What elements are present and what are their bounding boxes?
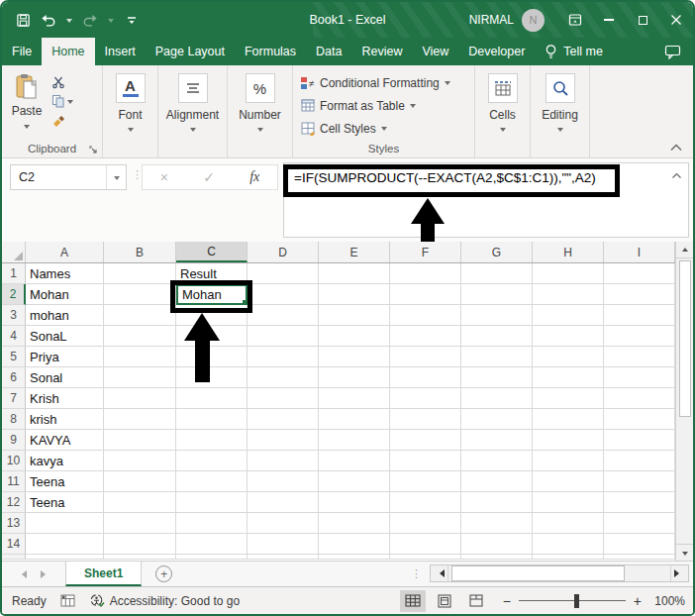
column-header-g[interactable]: G (461, 242, 533, 262)
row-header[interactable]: 14 (2, 534, 26, 555)
tab-developer[interactable]: Developer (458, 38, 535, 65)
customize-qat-button[interactable] (121, 8, 143, 32)
cell-col-i[interactable] (604, 367, 675, 388)
cell-col-a[interactable]: krish (26, 409, 104, 430)
cell-col-h[interactable] (533, 263, 604, 284)
page-layout-view-button[interactable] (432, 590, 457, 612)
column-header-b[interactable]: B (104, 242, 176, 262)
redo-dropdown[interactable] (105, 8, 117, 32)
cell-col-d[interactable] (248, 534, 319, 555)
cell-col-g[interactable] (461, 471, 533, 492)
cell-col-f[interactable] (390, 305, 461, 326)
undo-button[interactable] (38, 8, 59, 32)
cell-col-a[interactable]: Teena (26, 471, 104, 492)
cell-col-h[interactable] (533, 409, 604, 430)
cell-col-g[interactable] (461, 367, 533, 388)
cell-col-g[interactable] (461, 513, 533, 534)
cell-col-f[interactable] (390, 430, 461, 451)
cell-col-h[interactable] (533, 451, 604, 471)
cell-col-c[interactable] (176, 430, 248, 451)
cell-col-a[interactable]: kavya (26, 451, 104, 471)
tab-home[interactable]: Home (42, 38, 94, 65)
row-header[interactable]: 10 (2, 451, 26, 471)
cell-col-g[interactable] (461, 388, 533, 409)
cut-button[interactable] (51, 75, 73, 89)
insert-function-icon[interactable]: fx (249, 169, 259, 185)
column-header-e[interactable]: E (319, 242, 390, 262)
cell-col-h[interactable] (533, 513, 604, 534)
row-header[interactable]: 1 (2, 263, 26, 284)
sheet-tab-sheet1[interactable]: Sheet1 (65, 562, 142, 586)
cell-col-e[interactable] (319, 388, 390, 409)
cell-col-d[interactable] (248, 305, 319, 326)
alignment-group[interactable]: Alignment (158, 65, 228, 157)
cell-col-g[interactable] (461, 263, 533, 284)
cell-col-b[interactable] (104, 326, 176, 347)
cell-col-g[interactable] (461, 305, 533, 326)
cell-col-f[interactable] (390, 326, 461, 347)
cell-col-b[interactable] (104, 451, 176, 471)
cell-col-a[interactable]: Mohan (26, 284, 104, 305)
scroll-up-button[interactable] (676, 242, 693, 258)
cell-col-g[interactable] (461, 430, 533, 451)
cell-col-f[interactable] (390, 388, 461, 409)
tab-page-layout[interactable]: Page Layout (146, 38, 235, 65)
cell-col-c[interactable] (176, 347, 248, 367)
cell-col-a[interactable]: SonaL (26, 326, 104, 347)
accessibility-status[interactable]: Accessibility: Good to go (89, 593, 240, 608)
tab-data[interactable]: Data (306, 38, 351, 65)
cell-col-h[interactable] (533, 534, 604, 555)
cell-col-b[interactable] (104, 263, 176, 284)
cell-col-i[interactable] (604, 492, 675, 513)
cell-col-c[interactable] (176, 388, 248, 409)
cell-col-d[interactable] (248, 367, 319, 388)
cell-col-d[interactable] (248, 263, 319, 284)
comment-icon[interactable] (664, 44, 681, 59)
cell-col-d[interactable] (248, 409, 319, 430)
cell-col-d[interactable] (248, 471, 319, 492)
cell-col-f[interactable] (390, 263, 461, 284)
zoom-slider[interactable] (519, 594, 626, 608)
copy-button[interactable] (51, 94, 73, 108)
cell-col-b[interactable] (104, 409, 176, 430)
zoom-out-button[interactable]: − (503, 593, 511, 609)
cell-col-f[interactable] (390, 367, 461, 388)
column-header-f[interactable]: F (390, 242, 461, 262)
cell-col-i[interactable] (604, 534, 675, 555)
cell-col-i[interactable] (604, 305, 675, 326)
cell-col-h[interactable] (533, 305, 604, 326)
font-group[interactable]: A Font (103, 65, 158, 157)
cell-col-g[interactable] (461, 284, 533, 305)
cell-col-b[interactable] (104, 388, 176, 409)
horizontal-scrollbar[interactable] (430, 565, 689, 582)
new-sheet-button[interactable]: + (155, 565, 172, 582)
cell-col-e[interactable] (319, 534, 390, 555)
cell-col-i[interactable] (604, 263, 675, 284)
cell-col-g[interactable] (461, 347, 533, 367)
close-button[interactable] (659, 5, 693, 35)
editing-group[interactable]: Editing (531, 65, 590, 157)
conditional-formatting-button[interactable]: ≠ Conditional Formatting (301, 71, 474, 94)
column-header-c[interactable]: C (176, 242, 248, 262)
next-sheet-button[interactable] (43, 570, 50, 578)
cell-col-i[interactable] (604, 409, 675, 430)
cell-col-d[interactable] (248, 284, 319, 305)
redo-button[interactable] (79, 8, 101, 32)
zoom-level[interactable]: 100% (649, 594, 685, 608)
row-header[interactable]: 2 (2, 284, 26, 305)
cell-col-e[interactable] (319, 263, 390, 284)
cell-col-d[interactable] (248, 451, 319, 471)
cells-group[interactable]: Cells (475, 65, 531, 157)
collapse-formula-bar-button[interactable] (671, 172, 682, 179)
cell-col-f[interactable] (390, 451, 461, 471)
minimize-button[interactable] (592, 5, 626, 35)
cell-col-g[interactable] (461, 409, 533, 430)
cell-col-e[interactable] (319, 451, 390, 471)
formula-input[interactable]: =IF(SUMPRODUCT(--EXACT(A2,$C$1:C1)),"",A… (283, 162, 689, 238)
tab-formulas[interactable]: Formulas (235, 38, 306, 65)
cell-col-e[interactable] (319, 367, 390, 388)
cell-col-h[interactable] (533, 326, 604, 347)
cell-col-h[interactable] (533, 284, 604, 305)
row-header[interactable]: 6 (2, 367, 26, 388)
cell-col-b[interactable] (104, 305, 176, 326)
